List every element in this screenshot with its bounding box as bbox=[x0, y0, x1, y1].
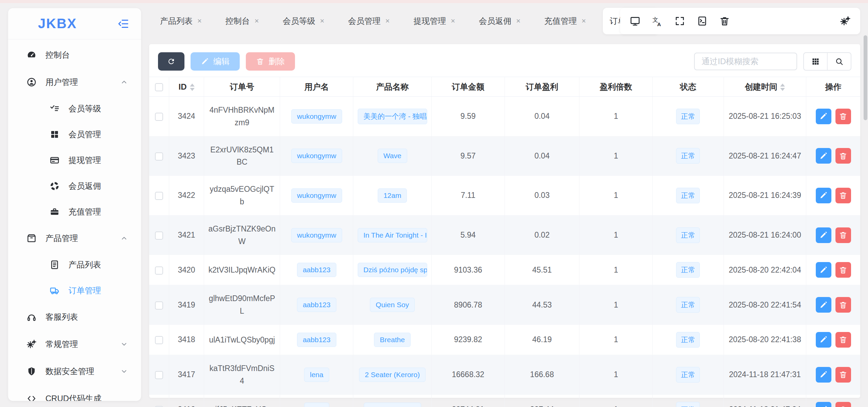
row-checkbox[interactable] bbox=[155, 266, 163, 275]
sort-carets-icon[interactable] bbox=[780, 84, 785, 91]
row-delete-button[interactable] bbox=[835, 109, 851, 124]
tab-member-level[interactable]: 会员等级× bbox=[276, 8, 331, 34]
row-edit-button[interactable] bbox=[816, 109, 831, 124]
sidebar-item-withdraw-management[interactable]: 提现管理 bbox=[8, 147, 141, 173]
row-delete-button[interactable] bbox=[835, 297, 851, 313]
select-all-checkbox[interactable] bbox=[155, 83, 163, 91]
settings-gears-icon[interactable] bbox=[840, 16, 851, 26]
row-edit-button[interactable] bbox=[816, 227, 831, 243]
sidebar-item-general-management[interactable]: 常规管理 bbox=[8, 331, 141, 358]
column-header-创建时间[interactable]: 创建时间 bbox=[724, 77, 806, 97]
row-checkbox[interactable] bbox=[155, 336, 163, 344]
row-delete-button[interactable] bbox=[835, 262, 851, 278]
row-delete-button[interactable] bbox=[835, 188, 851, 203]
search-button[interactable] bbox=[827, 53, 851, 70]
sidebar-item-product-management[interactable]: 产品管理 bbox=[8, 225, 141, 252]
product-name-tag[interactable]: 12am bbox=[378, 188, 407, 203]
sidebar-item-order-management[interactable]: 订单管理 bbox=[8, 278, 141, 303]
row-edit-button[interactable] bbox=[816, 188, 831, 203]
product-name-tag[interactable]: Dziś późno pójdę spać bbox=[358, 263, 427, 277]
sort-carets-icon[interactable] bbox=[190, 84, 195, 91]
created-time-cell: 2025-08-21 16:24:39 bbox=[724, 176, 806, 216]
sidebar-item-crud-generator[interactable]: CRUD代码生成 bbox=[8, 385, 141, 401]
sidebar-collapse-icon[interactable] bbox=[117, 18, 130, 30]
close-tab-icon[interactable]: × bbox=[255, 17, 259, 25]
username-tag[interactable]: wukongymw bbox=[291, 109, 342, 124]
username-tag[interactable]: wukongymw bbox=[291, 149, 342, 163]
product-name-tag[interactable]: 美美的一个湾 - 独唱版 bbox=[358, 109, 427, 124]
row-edit-button[interactable] bbox=[816, 148, 831, 164]
created-time-cell: 2024-11-18 21:47:24 bbox=[724, 394, 806, 407]
row-edit-button[interactable] bbox=[816, 297, 831, 313]
row-checkbox[interactable] bbox=[155, 232, 163, 240]
sidebar-item-member-level[interactable]: 会员等级 bbox=[8, 96, 141, 122]
product-name-tag[interactable]: Breathe bbox=[374, 333, 411, 347]
sidebar-item-user-management[interactable]: 用户管理 bbox=[8, 69, 141, 96]
translate-icon[interactable]: 文A bbox=[652, 16, 663, 26]
row-checkbox[interactable] bbox=[155, 152, 163, 161]
tab-recharge-management[interactable]: 充值管理× bbox=[537, 8, 593, 34]
row-checkbox[interactable] bbox=[155, 113, 163, 121]
refresh-button[interactable] bbox=[158, 52, 184, 71]
sidebar-item-member-management[interactable]: 会员管理 bbox=[8, 122, 141, 147]
close-tab-icon[interactable]: × bbox=[320, 17, 324, 25]
sidebar-item-product-list[interactable]: 产品列表 bbox=[8, 252, 141, 278]
row-delete-button[interactable] bbox=[835, 332, 851, 348]
scrollbar-thumb[interactable] bbox=[864, 35, 867, 120]
row-checkbox[interactable] bbox=[155, 371, 163, 379]
headset-icon bbox=[26, 312, 37, 322]
close-tab-icon[interactable]: × bbox=[386, 17, 390, 25]
row-edit-button[interactable] bbox=[816, 367, 831, 383]
username-tag[interactable]: lena bbox=[304, 368, 329, 382]
tab-member-rebate[interactable]: 会员返佣× bbox=[472, 8, 527, 34]
row-edit-button[interactable] bbox=[816, 332, 831, 348]
sidebar-item-recharge-management[interactable]: 充值管理 bbox=[8, 199, 141, 225]
tab-dashboard[interactable]: 控制台× bbox=[219, 8, 266, 34]
username-tag[interactable]: aabb123 bbox=[297, 333, 336, 347]
product-name-tag[interactable]: Wave bbox=[378, 149, 407, 163]
close-tab-icon[interactable]: × bbox=[451, 17, 455, 25]
row-checkbox[interactable] bbox=[155, 192, 163, 200]
search-input[interactable] bbox=[694, 53, 797, 70]
username-tag[interactable]: wukongymw bbox=[291, 228, 342, 242]
username-tag[interactable]: lena bbox=[304, 403, 329, 407]
tab-member-management[interactable]: 会员管理× bbox=[341, 8, 397, 34]
username-tag[interactable]: aabb123 bbox=[297, 298, 336, 312]
sidebar-item-label: 控制台 bbox=[45, 50, 70, 60]
column-header-label: 操作 bbox=[825, 82, 842, 91]
row-edit-button[interactable] bbox=[816, 262, 831, 278]
row-delete-button[interactable] bbox=[835, 367, 851, 383]
grid-view-button[interactable] bbox=[804, 53, 827, 70]
trash-icon bbox=[256, 57, 264, 66]
row-delete-button[interactable] bbox=[835, 227, 851, 243]
product-name-tag[interactable]: 2 Seater (Keroro) bbox=[359, 368, 426, 382]
row-delete-button[interactable] bbox=[835, 402, 851, 407]
sidebar-item-data-security-management[interactable]: 数据安全管理 bbox=[8, 358, 141, 385]
product-name-tag[interactable]: In The Air Tonight - Ins bbox=[358, 228, 427, 242]
fullscreen-icon[interactable] bbox=[674, 16, 685, 26]
tab-withdraw-management[interactable]: 提现管理× bbox=[407, 8, 462, 34]
product-name-cell: 2 Seater (Keroro) bbox=[353, 355, 432, 394]
close-tab-icon[interactable]: × bbox=[197, 17, 202, 25]
row-delete-button[interactable] bbox=[835, 148, 851, 164]
edit-button[interactable]: 编辑 bbox=[191, 52, 240, 71]
product-name-tag[interactable]: Quien Soy bbox=[370, 298, 415, 312]
row-edit-button[interactable] bbox=[816, 402, 831, 407]
close-tab-icon[interactable]: × bbox=[581, 17, 586, 25]
order-id-cell: 3416 bbox=[169, 394, 204, 407]
username-tag[interactable]: wukongymw bbox=[291, 188, 342, 203]
sidebar-item-dashboard[interactable]: 控制台 bbox=[8, 41, 141, 69]
terminal-icon[interactable] bbox=[697, 16, 708, 26]
tab-product-list[interactable]: 产品列表× bbox=[153, 8, 209, 34]
sidebar-item-support-list[interactable]: 客服列表 bbox=[8, 303, 141, 331]
delete-button[interactable]: 删除 bbox=[246, 52, 295, 71]
sidebar-item-member-rebate[interactable]: 会员返佣 bbox=[8, 173, 141, 199]
trash-icon[interactable] bbox=[719, 16, 730, 26]
tab-label: 会员等级 bbox=[283, 16, 315, 26]
username-tag[interactable]: aabb123 bbox=[297, 263, 336, 277]
product-name-tag[interactable]: Beauty's Rose bbox=[364, 403, 421, 407]
close-tab-icon[interactable]: × bbox=[516, 17, 520, 25]
monitor-icon[interactable] bbox=[630, 16, 640, 26]
column-header-ID[interactable]: ID bbox=[169, 77, 204, 97]
row-checkbox[interactable] bbox=[155, 301, 163, 310]
